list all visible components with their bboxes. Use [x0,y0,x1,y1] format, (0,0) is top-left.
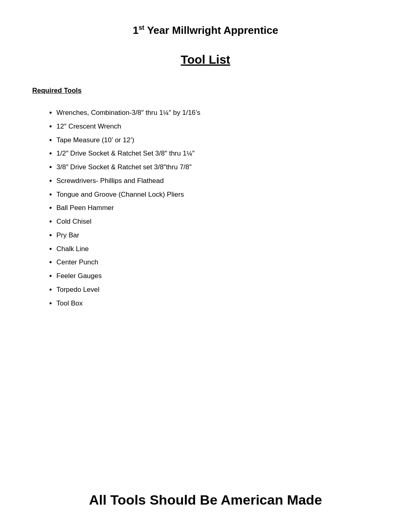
list-item: Tape Measure (10’ or 12’) [56,134,379,146]
list-item: Tool Box [56,297,379,310]
list-item: 1/2″ Drive Socket & Ratchet Set 3/8″ thr… [56,148,379,160]
list-item: 12″ Crescent Wrench [56,121,379,133]
main-title-text: 1st Year Millwright Apprentice [133,24,278,36]
footer-text: All Tools Should Be American Made [32,460,379,508]
main-title: 1st Year Millwright Apprentice [32,24,379,37]
tools-list: Wrenches, Combination-3/8″ thru 1¼″ by 1… [56,107,379,311]
list-item: Screwdrivers- Phillips and Flathead [56,175,379,187]
list-item: Pry Bar [56,229,379,241]
list-item: Cold Chisel [56,216,379,228]
list-item: Tongue and Groove (Channel Lock) Pliers [56,189,379,201]
page: 1st Year Millwright Apprentice Tool List… [0,0,411,532]
list-item: Chalk Line [56,243,379,255]
superscript-st: st [139,24,144,31]
list-item: Center Punch [56,256,379,268]
required-tools-label: Required Tools [32,87,379,95]
list-item: Ball Peen Hammer [56,202,379,214]
list-item: 3/8″ Drive Socket & Ratchet set 3/8″thru… [56,161,379,173]
list-item: Torpedo Level [56,284,379,296]
list-item: Feeler Gauges [56,270,379,282]
list-item: Wrenches, Combination-3/8″ thru 1¼″ by 1… [56,107,379,119]
section-title: Tool List [32,53,379,66]
